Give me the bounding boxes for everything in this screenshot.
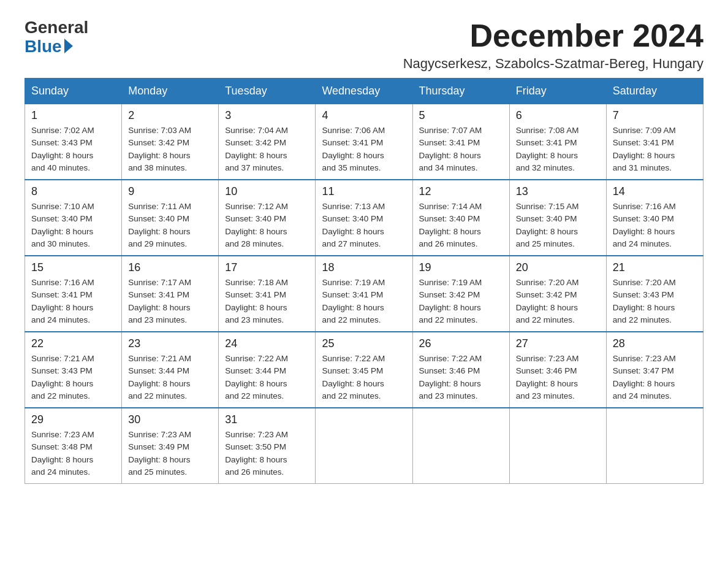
month-title: December 2024 (403, 18, 703, 53)
day-number: 25 (322, 337, 406, 350)
day-number: 1 (31, 109, 115, 122)
day-number: 9 (128, 185, 212, 198)
day-info: Sunrise: 7:16 AMSunset: 3:40 PMDaylight:… (613, 201, 697, 250)
day-of-week-tuesday: Tuesday (219, 79, 316, 104)
day-number: 11 (322, 185, 406, 198)
day-of-week-saturday: Saturday (606, 79, 703, 104)
calendar-cell (509, 408, 606, 484)
day-info: Sunrise: 7:06 AMSunset: 3:41 PMDaylight:… (322, 124, 406, 174)
calendar-cell: 9Sunrise: 7:11 AMSunset: 3:40 PMDaylight… (122, 180, 219, 256)
calendar-cell: 22Sunrise: 7:21 AMSunset: 3:43 PMDayligh… (25, 332, 122, 408)
calendar-week-4: 22Sunrise: 7:21 AMSunset: 3:43 PMDayligh… (25, 332, 703, 408)
day-number: 22 (31, 337, 115, 350)
day-info: Sunrise: 7:12 AMSunset: 3:40 PMDaylight:… (225, 201, 309, 250)
day-number: 15 (31, 261, 115, 274)
day-number: 14 (613, 185, 697, 198)
calendar-cell: 5Sunrise: 7:07 AMSunset: 3:41 PMDaylight… (412, 104, 509, 180)
day-of-week-monday: Monday (122, 79, 219, 104)
day-info: Sunrise: 7:23 AMSunset: 3:49 PMDaylight:… (128, 429, 212, 478)
logo-blue-text: Blue (25, 37, 88, 56)
day-number: 7 (613, 109, 697, 122)
day-number: 27 (516, 337, 600, 350)
day-number: 20 (516, 261, 600, 274)
calendar-cell: 12Sunrise: 7:14 AMSunset: 3:40 PMDayligh… (412, 180, 509, 256)
logo-general-text: General (25, 18, 88, 37)
day-number: 26 (419, 337, 503, 350)
day-info: Sunrise: 7:20 AMSunset: 3:43 PMDaylight:… (613, 277, 697, 326)
day-info: Sunrise: 7:04 AMSunset: 3:42 PMDaylight:… (225, 124, 309, 174)
day-info: Sunrise: 7:07 AMSunset: 3:41 PMDaylight:… (419, 124, 503, 174)
day-info: Sunrise: 7:23 AMSunset: 3:48 PMDaylight:… (31, 429, 115, 478)
day-info: Sunrise: 7:20 AMSunset: 3:42 PMDaylight:… (516, 277, 600, 326)
day-number: 10 (225, 185, 309, 198)
day-number: 8 (31, 185, 115, 198)
calendar-header: SundayMondayTuesdayWednesdayThursdayFrid… (25, 79, 703, 104)
calendar-cell: 30Sunrise: 7:23 AMSunset: 3:49 PMDayligh… (122, 408, 219, 484)
day-number: 18 (322, 261, 406, 274)
title-block: December 2024 Nagycserkesz, Szabolcs-Sza… (403, 18, 703, 72)
calendar-cell: 28Sunrise: 7:23 AMSunset: 3:47 PMDayligh… (606, 332, 703, 408)
day-number: 29 (31, 413, 115, 426)
day-number: 2 (128, 109, 212, 122)
day-info: Sunrise: 7:13 AMSunset: 3:40 PMDaylight:… (322, 201, 406, 250)
calendar-cell: 27Sunrise: 7:23 AMSunset: 3:46 PMDayligh… (509, 332, 606, 408)
calendar-cell: 2Sunrise: 7:03 AMSunset: 3:42 PMDaylight… (122, 104, 219, 180)
day-info: Sunrise: 7:23 AMSunset: 3:46 PMDaylight:… (516, 353, 600, 402)
day-info: Sunrise: 7:21 AMSunset: 3:43 PMDaylight:… (31, 353, 115, 402)
calendar-cell: 4Sunrise: 7:06 AMSunset: 3:41 PMDaylight… (316, 104, 412, 180)
calendar-cell: 15Sunrise: 7:16 AMSunset: 3:41 PMDayligh… (25, 256, 122, 332)
calendar-week-3: 15Sunrise: 7:16 AMSunset: 3:41 PMDayligh… (25, 256, 703, 332)
calendar-cell: 29Sunrise: 7:23 AMSunset: 3:48 PMDayligh… (25, 408, 122, 484)
day-number: 24 (225, 337, 309, 350)
day-info: Sunrise: 7:23 AMSunset: 3:50 PMDaylight:… (225, 429, 309, 478)
day-info: Sunrise: 7:15 AMSunset: 3:40 PMDaylight:… (516, 201, 600, 250)
page-header: General Blue December 2024 Nagycserkesz,… (25, 18, 703, 72)
day-info: Sunrise: 7:08 AMSunset: 3:41 PMDaylight:… (516, 124, 600, 174)
calendar-cell: 25Sunrise: 7:22 AMSunset: 3:45 PMDayligh… (316, 332, 412, 408)
calendar-cell: 17Sunrise: 7:18 AMSunset: 3:41 PMDayligh… (219, 256, 316, 332)
calendar-body: 1Sunrise: 7:02 AMSunset: 3:43 PMDaylight… (25, 104, 703, 484)
logo-triangle-icon (64, 39, 73, 53)
day-info: Sunrise: 7:09 AMSunset: 3:41 PMDaylight:… (613, 124, 697, 174)
calendar-cell: 24Sunrise: 7:22 AMSunset: 3:44 PMDayligh… (219, 332, 316, 408)
day-number: 6 (516, 109, 600, 122)
calendar-cell: 8Sunrise: 7:10 AMSunset: 3:40 PMDaylight… (25, 180, 122, 256)
calendar-cell (412, 408, 509, 484)
day-info: Sunrise: 7:14 AMSunset: 3:40 PMDaylight:… (419, 201, 503, 250)
day-info: Sunrise: 7:22 AMSunset: 3:45 PMDaylight:… (322, 353, 406, 402)
day-info: Sunrise: 7:16 AMSunset: 3:41 PMDaylight:… (31, 277, 115, 326)
day-info: Sunrise: 7:18 AMSunset: 3:41 PMDaylight:… (225, 277, 309, 326)
day-info: Sunrise: 7:21 AMSunset: 3:44 PMDaylight:… (128, 353, 212, 402)
day-of-week-thursday: Thursday (412, 79, 509, 104)
calendar-cell: 16Sunrise: 7:17 AMSunset: 3:41 PMDayligh… (122, 256, 219, 332)
calendar-cell: 13Sunrise: 7:15 AMSunset: 3:40 PMDayligh… (509, 180, 606, 256)
day-info: Sunrise: 7:10 AMSunset: 3:40 PMDaylight:… (31, 201, 115, 250)
calendar-cell (606, 408, 703, 484)
day-number: 12 (419, 185, 503, 198)
calendar-cell: 20Sunrise: 7:20 AMSunset: 3:42 PMDayligh… (509, 256, 606, 332)
day-info: Sunrise: 7:23 AMSunset: 3:47 PMDaylight:… (613, 353, 697, 402)
calendar-cell: 7Sunrise: 7:09 AMSunset: 3:41 PMDaylight… (606, 104, 703, 180)
calendar-cell: 21Sunrise: 7:20 AMSunset: 3:43 PMDayligh… (606, 256, 703, 332)
day-info: Sunrise: 7:02 AMSunset: 3:43 PMDaylight:… (31, 124, 115, 174)
calendar-cell: 18Sunrise: 7:19 AMSunset: 3:41 PMDayligh… (316, 256, 412, 332)
calendar-cell: 6Sunrise: 7:08 AMSunset: 3:41 PMDaylight… (509, 104, 606, 180)
calendar-cell: 14Sunrise: 7:16 AMSunset: 3:40 PMDayligh… (606, 180, 703, 256)
calendar-cell: 3Sunrise: 7:04 AMSunset: 3:42 PMDaylight… (219, 104, 316, 180)
calendar-cell: 10Sunrise: 7:12 AMSunset: 3:40 PMDayligh… (219, 180, 316, 256)
day-number: 5 (419, 109, 503, 122)
logo: General Blue (25, 18, 88, 56)
calendar-week-1: 1Sunrise: 7:02 AMSunset: 3:43 PMDaylight… (25, 104, 703, 180)
day-number: 4 (322, 109, 406, 122)
calendar-cell: 11Sunrise: 7:13 AMSunset: 3:40 PMDayligh… (316, 180, 412, 256)
day-number: 28 (613, 337, 697, 350)
location-title: Nagycserkesz, Szabolcs-Szatmar-Bereg, Hu… (403, 56, 703, 72)
day-number: 17 (225, 261, 309, 274)
day-of-week-sunday: Sunday (25, 79, 122, 104)
day-info: Sunrise: 7:03 AMSunset: 3:42 PMDaylight:… (128, 124, 212, 174)
day-number: 13 (516, 185, 600, 198)
calendar-table: SundayMondayTuesdayWednesdayThursdayFrid… (25, 78, 703, 484)
days-of-week-row: SundayMondayTuesdayWednesdayThursdayFrid… (25, 79, 703, 104)
calendar-cell: 23Sunrise: 7:21 AMSunset: 3:44 PMDayligh… (122, 332, 219, 408)
day-info: Sunrise: 7:19 AMSunset: 3:42 PMDaylight:… (419, 277, 503, 326)
